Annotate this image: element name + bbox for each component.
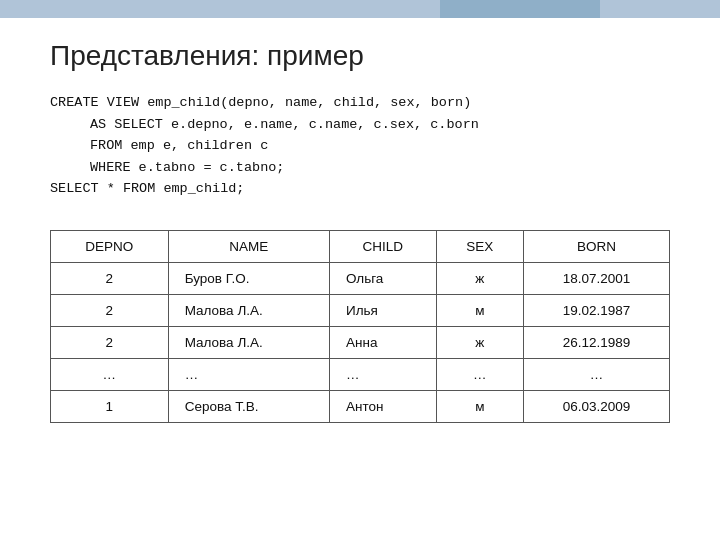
table-cell-0-1: Буров Г.О. — [168, 262, 329, 294]
table-cell-2-3: ж — [436, 326, 523, 358]
table-row: 2Малова Л.А.Аннаж26.12.1989 — [51, 326, 670, 358]
table-row: …………… — [51, 358, 670, 390]
table-header-row: DEPNO NAME CHILD SEX BORN — [51, 230, 670, 262]
table-row: 2Буров Г.О.Ольгаж18.07.2001 — [51, 262, 670, 294]
table-container: DEPNO NAME CHILD SEX BORN 2Буров Г.О.Оль… — [50, 230, 670, 423]
table-cell-1-4: 19.02.1987 — [523, 294, 669, 326]
code-line-5: SELECT * FROM emp_child; — [50, 178, 670, 200]
top-bar — [0, 0, 720, 18]
table-cell-3-3: … — [436, 358, 523, 390]
table-cell-3-0: … — [51, 358, 169, 390]
table-cell-1-3: м — [436, 294, 523, 326]
table-cell-1-1: Малова Л.А. — [168, 294, 329, 326]
code-line-3: FROM emp e, children c — [50, 135, 670, 157]
table-cell-0-0: 2 — [51, 262, 169, 294]
table-cell-0-3: ж — [436, 262, 523, 294]
col-header-sex: SEX — [436, 230, 523, 262]
table-cell-4-1: Серова Т.В. — [168, 390, 329, 422]
table-cell-2-1: Малова Л.А. — [168, 326, 329, 358]
table-cell-3-4: … — [523, 358, 669, 390]
code-block: CREATE VIEW emp_child(depno, name, child… — [50, 92, 670, 200]
col-header-name: NAME — [168, 230, 329, 262]
code-line-4: WHERE e.tabno = c.tabno; — [50, 157, 670, 179]
page-title: Представления: пример — [50, 40, 670, 72]
table-cell-1-2: Илья — [329, 294, 436, 326]
table-cell-1-0: 2 — [51, 294, 169, 326]
results-table: DEPNO NAME CHILD SEX BORN 2Буров Г.О.Оль… — [50, 230, 670, 423]
code-line-2: AS SELECT e.depno, e.name, c.name, c.sex… — [50, 114, 670, 136]
table-cell-3-1: … — [168, 358, 329, 390]
table-cell-3-2: … — [329, 358, 436, 390]
col-header-born: BORN — [523, 230, 669, 262]
table-row: 1Серова Т.В.Антонм06.03.2009 — [51, 390, 670, 422]
table-cell-4-3: м — [436, 390, 523, 422]
main-content: Представления: пример CREATE VIEW emp_ch… — [0, 0, 720, 443]
table-cell-4-0: 1 — [51, 390, 169, 422]
table-cell-2-0: 2 — [51, 326, 169, 358]
table-cell-4-4: 06.03.2009 — [523, 390, 669, 422]
col-header-depno: DEPNO — [51, 230, 169, 262]
table-cell-2-4: 26.12.1989 — [523, 326, 669, 358]
top-bar-accent — [440, 0, 600, 18]
table-cell-0-4: 18.07.2001 — [523, 262, 669, 294]
col-header-child: CHILD — [329, 230, 436, 262]
table-cell-0-2: Ольга — [329, 262, 436, 294]
table-cell-4-2: Антон — [329, 390, 436, 422]
table-row: 2Малова Л.А.Ильям19.02.1987 — [51, 294, 670, 326]
code-line-1: CREATE VIEW emp_child(depno, name, child… — [50, 92, 670, 114]
table-cell-2-2: Анна — [329, 326, 436, 358]
